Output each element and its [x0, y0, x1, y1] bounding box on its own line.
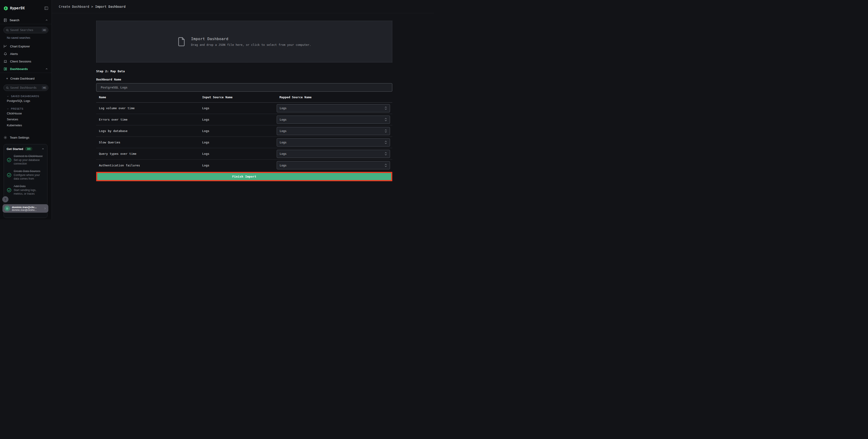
mapped-source-value: Logs	[280, 106, 286, 110]
create-dashboard-button[interactable]: + Create Dashboard	[0, 75, 52, 82]
row-name: Authentication failures	[96, 164, 199, 167]
sidebar-item-chart-explorer[interactable]: Chart Explorer	[0, 43, 52, 50]
row-name: Errors over time	[96, 118, 199, 121]
mapped-source-select[interactable]: Logs	[277, 104, 390, 113]
dropzone-text: Import Dashboard Drag and drop a JSON fi…	[191, 37, 311, 46]
check-circle-icon	[7, 188, 11, 196]
mapped-source-value: Logs	[280, 152, 286, 155]
mapped-source-select[interactable]: Logs	[277, 150, 390, 158]
get-started-item-sources: Create Data Sources Configure where your…	[7, 169, 44, 181]
table-row: Slow Queries Logs Logs	[96, 137, 392, 148]
breadcrumb-create-dashboard[interactable]: Create Dashboard	[59, 5, 89, 8]
sidebar-item-client-sessions[interactable]: Client Sessions	[0, 58, 52, 65]
table-row: Errors over time Logs Logs	[96, 114, 392, 125]
column-header-mapped-source: Mapped Source Name	[277, 95, 392, 99]
get-started-item-title: Connect to ClickHouse	[14, 154, 44, 158]
row-name: Slow Queries	[96, 140, 199, 144]
mapped-source-select[interactable]: Logs	[277, 138, 390, 147]
mapping-table: Name Input Source Name Mapped Source Nam…	[96, 92, 392, 171]
row-input-source: Logs	[199, 118, 277, 121]
sidebar-collapse-button[interactable]	[44, 6, 48, 10]
bell-icon	[3, 52, 7, 56]
avatar: D	[4, 206, 10, 211]
search-section-label: Search	[9, 19, 20, 22]
table-header-row: Name Input Source Name Mapped Source Nam…	[96, 92, 392, 102]
sidebar-item-label: Dashboards	[10, 67, 28, 71]
sidebar-nav: Chart Explorer Alerts Client Sessions	[0, 43, 52, 73]
row-input-source: Logs	[199, 164, 277, 167]
sidebar-section-search[interactable]: Search	[0, 17, 52, 24]
sidebar-item-alerts[interactable]: Alerts	[0, 50, 52, 58]
sidebar-item-label: Client Sessions	[10, 60, 31, 63]
team-settings-label: Team Settings	[10, 136, 29, 139]
select-chevrons-icon	[384, 106, 387, 110]
sidebar: HyperDX Search	[0, 0, 52, 220]
saved-searches-input[interactable]	[10, 29, 40, 32]
mapped-source-select[interactable]: Logs	[277, 127, 390, 135]
column-header-name: Name	[96, 95, 199, 99]
user-menu[interactable]: D dominic.tran@clic... dominic.tran@clic…	[2, 204, 48, 213]
finish-import-button[interactable]: Finish Import	[97, 173, 391, 180]
get-started-item-connect: Connect to ClickHouse Set up your databa…	[7, 154, 44, 166]
saved-dashboards-section-header[interactable]: SAVED DASHBOARDS	[0, 95, 52, 98]
user-display-name: dominic.tran@clic...	[12, 206, 42, 209]
mapped-source-value: Logs	[280, 118, 286, 121]
sidebar-item-postgresql-logs[interactable]: PostgreSQL Logs	[0, 98, 52, 103]
file-icon	[177, 37, 186, 47]
search-icon	[6, 86, 9, 89]
topbar: Create Dashboard>Import Dashboard	[52, 0, 434, 13]
select-chevrons-icon	[384, 129, 387, 133]
get-started-title: Get Started	[7, 147, 23, 151]
import-dashboard-content: Import Dashboard Drag and drop a JSON fi…	[96, 21, 392, 181]
dashboard-name-input[interactable]	[96, 83, 392, 92]
sidebar-item-kubernetes[interactable]: Kubernetes	[0, 122, 52, 128]
row-name: Query types over time	[96, 152, 199, 155]
sidebar-item-clickhouse[interactable]: ClickHouse	[0, 111, 52, 116]
select-chevrons-icon	[384, 140, 387, 144]
sidebar-item-team-settings[interactable]: Team Settings	[0, 134, 52, 141]
row-name: Logs by database	[96, 129, 199, 133]
row-input-source: Logs	[199, 106, 277, 110]
get-started-item-add-data: Add Data Start sending logs, metrics, or…	[7, 184, 44, 196]
get-started-header[interactable]: Get Started 3/3	[7, 147, 44, 151]
column-header-input-source: Input Source Name	[199, 95, 277, 99]
chevron-right-icon	[43, 207, 46, 210]
laptop-icon	[3, 60, 7, 63]
dropzone-title: Import Dashboard	[191, 37, 311, 41]
plus-icon: +	[6, 76, 8, 80]
row-input-source: Logs	[199, 140, 277, 144]
chevron-down-icon	[7, 107, 9, 110]
sidebar-item-label: Chart Explorer	[10, 45, 30, 48]
no-saved-searches-text: No saved searches	[0, 36, 52, 39]
select-chevrons-icon	[384, 164, 387, 167]
create-dashboard-label: Create Dashboard	[10, 77, 34, 80]
sidebar-item-services[interactable]: Services	[0, 117, 52, 122]
json-dropzone[interactable]: Import Dashboard Drag and drop a JSON fi…	[96, 21, 392, 62]
sidebar-item-dashboards[interactable]: Dashboards	[0, 65, 52, 73]
get-started-item-desc: Start sending logs, metrics, or traces	[14, 188, 44, 196]
row-name: Log volume over time	[96, 106, 199, 110]
mapped-source-select[interactable]: Logs	[277, 161, 390, 169]
chevron-up-icon	[45, 67, 48, 70]
mapped-source-value: Logs	[280, 129, 286, 133]
select-chevrons-icon	[384, 118, 387, 121]
breadcrumb-separator: >	[91, 5, 93, 8]
breadcrumb-import-dashboard: Import Dashboard	[95, 5, 126, 8]
journal-search-icon	[3, 18, 7, 22]
presets-section-header[interactable]: PRESETS	[0, 107, 52, 110]
dashboards-grid-icon	[3, 67, 7, 71]
brand-row: HyperDX	[0, 0, 52, 17]
table-row: Query types over time Logs Logs	[96, 148, 392, 160]
dashboard-name-label: Dashboard Name	[96, 78, 392, 81]
mapped-source-select[interactable]: Logs	[277, 116, 390, 124]
get-started-item-title: Create Data Sources	[14, 169, 44, 173]
saved-dashboards-input[interactable]	[10, 86, 40, 89]
panel-collapse-icon	[44, 6, 48, 10]
get-started-progress-badge: 3/3	[25, 147, 33, 151]
cmd-k-badge: ⌘K	[42, 28, 47, 32]
help-button[interactable]: ?	[2, 196, 8, 202]
chevron-up-icon	[45, 19, 48, 22]
get-started-item-desc: Configure where your data comes from	[14, 174, 44, 181]
breadcrumb: Create Dashboard>Import Dashboard	[59, 5, 126, 8]
chevron-down-icon	[7, 95, 9, 98]
